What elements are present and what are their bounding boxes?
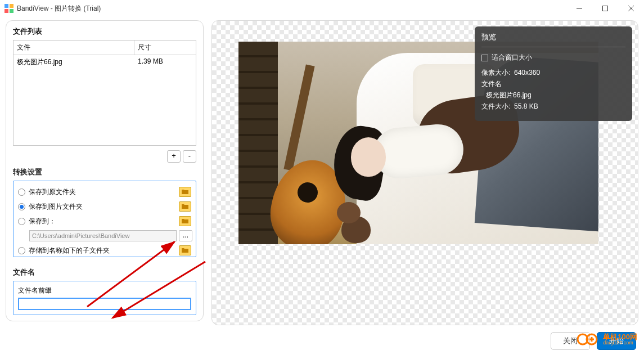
convert-settings-group: 保存到原文件夹 保存到图片文件夹 保存到： — [13, 181, 196, 257]
file-list-panel: 文件列表 文件 尺寸 极光图片66.jpg 1.39 MB + - 转换设置 — [6, 20, 204, 321]
svg-rect-2 — [4, 9, 8, 13]
pixel-size-value: 640x360 — [514, 69, 540, 77]
browse-button[interactable]: ... — [179, 230, 192, 241]
watermark: 单机100网 danji100.com — [577, 332, 637, 347]
prefix-label: 文件名前缀 — [18, 286, 191, 295]
folder-icon[interactable] — [179, 201, 191, 212]
convert-settings-title: 转换设置 — [13, 167, 196, 177]
cell-filename: 极光图片66.jpg — [13, 55, 134, 69]
preview-info-overlay: 预览 适合窗口大小 像素大小: 640x360 文件名 极光图片66.jpg 文… — [475, 26, 632, 121]
folder-icon[interactable] — [179, 187, 191, 197]
folder-icon[interactable] — [179, 245, 191, 255]
table-row[interactable]: 极光图片66.jpg 1.39 MB — [13, 55, 196, 69]
filename-value: 极光图片66.jpg — [481, 91, 625, 100]
preview-area: 预览 适合窗口大小 像素大小: 640x360 文件名 极光图片66.jpg 文… — [211, 20, 638, 325]
radio-subfolder[interactable] — [18, 247, 25, 254]
add-file-button[interactable]: + — [167, 150, 181, 163]
close-window-button[interactable] — [618, 0, 644, 17]
svg-rect-3 — [10, 9, 13, 13]
app-logo-icon — [4, 4, 13, 13]
filesize-label: 文件大小: — [481, 102, 510, 110]
radio-save-to[interactable] — [18, 218, 25, 225]
radio-save-orig-label: 保存到原文件夹 — [29, 187, 175, 197]
radio-subfolder-label: 存储到名称如下的子文件夹 — [29, 246, 175, 255]
file-table: 文件 尺寸 极光图片66.jpg 1.39 MB — [13, 40, 196, 146]
radio-save-to-label: 保存到： — [29, 217, 175, 226]
col-header-file[interactable]: 文件 — [13, 41, 134, 55]
remove-file-button[interactable]: - — [183, 150, 196, 163]
window-title: BandiView - 图片转换 (Trial) — [17, 4, 101, 14]
file-list-title: 文件列表 — [13, 26, 196, 37]
col-header-size[interactable]: 尺寸 — [134, 41, 196, 55]
maximize-button[interactable] — [592, 0, 618, 17]
folder-icon[interactable] — [179, 216, 191, 226]
titlebar: BandiView - 图片转换 (Trial) — [0, 0, 644, 17]
save-path-input[interactable] — [29, 230, 177, 241]
minimize-button[interactable] — [566, 0, 592, 17]
radio-save-pictures[interactable] — [18, 203, 25, 210]
watermark-icon — [577, 332, 600, 347]
pixel-size-label: 像素大小: — [481, 69, 510, 77]
overlay-title: 预览 — [481, 32, 625, 42]
filename-prefix-input[interactable] — [18, 298, 191, 310]
fit-window-checkbox[interactable] — [481, 55, 488, 61]
fit-window-label: 适合窗口大小 — [492, 53, 532, 62]
svg-rect-1 — [10, 4, 13, 8]
svg-rect-0 — [4, 4, 8, 8]
radio-save-pictures-label: 保存到图片文件夹 — [29, 202, 175, 212]
filename-title: 文件名 — [13, 267, 196, 277]
cell-filesize: 1.39 MB — [134, 55, 196, 69]
svg-rect-5 — [603, 6, 608, 11]
filename-label: 文件名 — [481, 79, 625, 89]
filesize-value: 55.8 KB — [514, 102, 538, 110]
watermark-url: danji100.com — [603, 340, 637, 345]
radio-save-orig[interactable] — [18, 189, 25, 196]
